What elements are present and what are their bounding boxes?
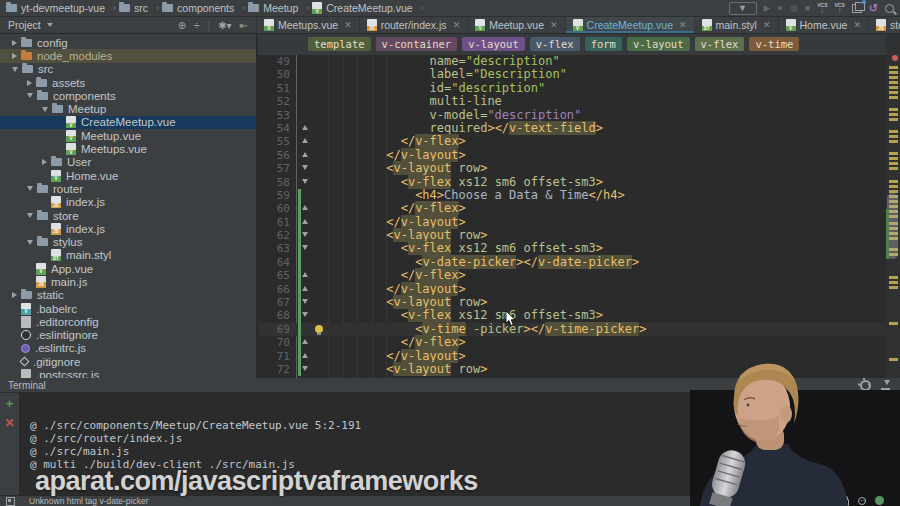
diff-icon[interactable]	[852, 4, 862, 13]
tab-Meetup.vue[interactable]: VMeetup.vue✕	[468, 17, 565, 33]
chevron-right-icon[interactable]	[12, 40, 17, 46]
tree-item-.eslintignore[interactable]: .eslintignore	[0, 329, 256, 342]
code-line-56[interactable]: 56</v-layout>	[258, 149, 886, 162]
code-line-57[interactable]: 57<v-layout row>	[258, 162, 886, 175]
gear-icon[interactable]: ✱▾	[218, 20, 231, 31]
tree-item-components[interactable]: components	[0, 89, 256, 102]
tree-item-index.js[interactable]: JSindex.js	[0, 222, 256, 235]
code-line-60[interactable]: 60</v-flex>	[258, 202, 886, 215]
close-icon[interactable]: ✕	[679, 20, 687, 30]
close-session-icon[interactable]: ✕	[4, 418, 14, 428]
tree-item-stylus[interactable]: stylus	[0, 235, 256, 248]
tree-item-.eslintrc.js[interactable]: .eslintrc.js	[0, 342, 256, 355]
code-line-62[interactable]: 62<v-layout row>	[258, 229, 886, 242]
code-line-59[interactable]: 59<h4>Choose a Data & Time</h4>	[258, 189, 886, 202]
tree-item-User[interactable]: User	[0, 156, 256, 169]
tree-item-static[interactable]: static	[0, 289, 256, 302]
tree-item-App.vue[interactable]: VApp.vue	[0, 262, 256, 275]
code-line-55[interactable]: 55</v-flex>	[258, 135, 886, 148]
tree-item-.postcssrc.js[interactable]: .postcssrc.js	[0, 368, 256, 378]
tree-item-.babelrc[interactable]: V.babelrc	[0, 302, 256, 315]
code-line-66[interactable]: 66</v-layout>	[258, 283, 886, 296]
code-line-69[interactable]: 69<v-time -picker></v-time-picker>	[258, 323, 886, 336]
tree-item-store[interactable]: store	[0, 209, 256, 222]
tree-item-main.styl[interactable]: STmain.styl	[0, 249, 256, 262]
close-icon[interactable]: ✕	[853, 20, 861, 30]
code-line-63[interactable]: 63<v-flex xs12 sm6 offset-sm3>	[258, 242, 886, 255]
chevron-right-icon[interactable]	[12, 53, 17, 59]
breadcrumb-segment[interactable]: yt-devmeetup-vue›	[6, 2, 116, 14]
code-line-53[interactable]: 53v-model="description"	[258, 109, 886, 122]
breadcrumb-segment[interactable]: Meetup›	[248, 2, 309, 14]
tag-breadcrumb-v-layout[interactable]: v-layout	[462, 37, 525, 51]
code-line-51[interactable]: 51id="description"	[258, 82, 886, 95]
tab-router/index.js[interactable]: JSrouter/index.js✕	[360, 17, 469, 33]
tree-item-Meetup.vue[interactable]: VMeetup.vue	[0, 129, 256, 142]
chevron-down-icon[interactable]	[27, 240, 33, 245]
code-line-67[interactable]: 67<v-layout row>	[258, 296, 886, 309]
close-icon[interactable]: ✕	[550, 20, 558, 30]
tree-item-router[interactable]: router	[0, 182, 256, 195]
tree-item-.gitignore[interactable]: .gitignore	[0, 355, 256, 368]
code-pane[interactable]: 49name="description"50label="Description…	[258, 55, 886, 378]
undo-icon[interactable]: ↺	[869, 2, 878, 15]
new-session-icon[interactable]: +	[6, 399, 14, 409]
project-panel-header[interactable]: Project ⊕ ÷ | ✱▾ ⇤	[0, 17, 257, 33]
tab-CreateMeetup.vue[interactable]: VCreateMeetup.vue✕	[566, 17, 695, 33]
tag-breadcrumb-v-time[interactable]: v-time	[749, 37, 799, 51]
tree-item-config[interactable]: config	[0, 36, 256, 49]
tree-item-index.js[interactable]: JSindex.js	[0, 196, 256, 209]
chevron-down-icon[interactable]	[27, 213, 33, 218]
tag-breadcrumb-v-layout[interactable]: v-layout	[627, 37, 690, 51]
vcs-update-icon[interactable]: VCS↓	[817, 3, 827, 13]
code-line-64[interactable]: 64<v-date-picker></v-date-picker>	[258, 256, 886, 269]
debug-icon[interactable]: ●	[777, 3, 782, 13]
close-icon[interactable]: ✕	[763, 20, 771, 30]
chevron-right-icon[interactable]	[27, 80, 32, 86]
chevron-down-icon[interactable]	[47, 23, 53, 27]
code-line-70[interactable]: 70</v-flex>	[258, 336, 886, 349]
chevron-right-icon[interactable]	[12, 292, 17, 298]
editor[interactable]: templatev-containerv-layoutv-flexformv-l…	[258, 33, 900, 378]
tree-item-.editorconfig[interactable]: .editorconfig	[0, 315, 256, 328]
close-icon[interactable]: ✕	[344, 20, 352, 30]
tab-Meetups.vue[interactable]: VMeetups.vue✕	[257, 17, 360, 33]
tag-breadcrumb-form[interactable]: form	[585, 37, 622, 51]
code-line-50[interactable]: 50label="Description"	[258, 68, 886, 81]
locate-file-icon[interactable]: ⊕	[178, 20, 186, 31]
tree-item-main.js[interactable]: JSmain.js	[0, 275, 256, 288]
chevron-down-icon[interactable]	[42, 107, 48, 112]
tag-breadcrumb-template[interactable]: template	[308, 37, 371, 51]
vcs-commit-icon[interactable]: VCS↑	[835, 3, 845, 13]
breadcrumb-segment[interactable]: components›	[162, 2, 245, 14]
chevron-right-icon[interactable]	[42, 159, 47, 165]
tab-store/index.js[interactable]: JSstore/index.js✕	[869, 17, 900, 33]
tree-item-CreateMeetup.vue[interactable]: VCreateMeetup.vue	[0, 116, 256, 129]
tab-Home.vue[interactable]: VHome.vue✕	[779, 17, 869, 33]
code-line-68[interactable]: 68<v-flex xs12 sm6 offset-sm3>	[258, 309, 886, 322]
tag-breadcrumb-v-container[interactable]: v-container	[376, 37, 458, 51]
tab-main.styl[interactable]: STmain.styl✕	[695, 17, 779, 33]
chevron-down-icon[interactable]	[12, 67, 18, 72]
stop-icon[interactable]: ■	[805, 3, 810, 13]
run-config-dropdown[interactable]: ▼	[729, 2, 757, 15]
run-icon[interactable]: ▶	[764, 3, 771, 13]
close-icon[interactable]: ✕	[453, 20, 461, 30]
code-line-65[interactable]: 65</v-flex>	[258, 269, 886, 282]
chevron-down-icon[interactable]	[27, 186, 33, 191]
code-line-52[interactable]: 52multi-line	[258, 95, 886, 108]
code-line-54[interactable]: 54required></v-text-field>	[258, 122, 886, 135]
code-line-58[interactable]: 58<v-flex xs12 sm6 offset-sm3>	[258, 176, 886, 189]
breadcrumb-segment[interactable]: src›	[119, 2, 159, 14]
code-line-61[interactable]: 61</v-layout>	[258, 216, 886, 229]
tree-item-Meetup[interactable]: Meetup	[0, 102, 256, 115]
search-everywhere-icon[interactable]	[885, 4, 894, 13]
tree-item-src[interactable]: src	[0, 63, 256, 76]
breadcrumb-segment[interactable]: VCreateMeetup.vue›	[312, 2, 423, 14]
collapse-all-icon[interactable]: ÷	[194, 20, 200, 31]
hide-panel-icon[interactable]: ⇤	[240, 20, 248, 31]
code-line-49[interactable]: 49name="description"	[258, 55, 886, 68]
tag-breadcrumb-v-flex[interactable]: v-flex	[695, 37, 745, 51]
tree-item-Home.vue[interactable]: VHome.vue	[0, 169, 256, 182]
tag-breadcrumb-v-flex[interactable]: v-flex	[530, 37, 580, 51]
